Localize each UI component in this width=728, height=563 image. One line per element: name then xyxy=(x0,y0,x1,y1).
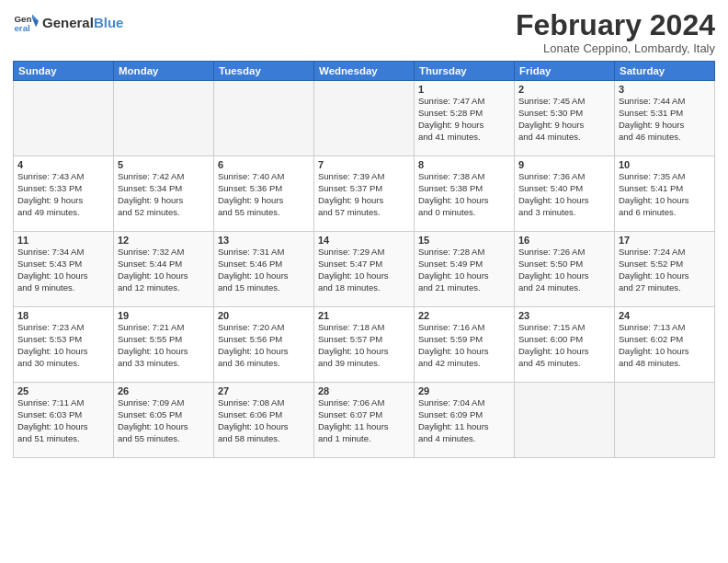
day-info: Sunrise: 7:09 AM xyxy=(118,397,210,409)
calendar-cell: 1Sunrise: 7:47 AMSunset: 5:28 PMDaylight… xyxy=(415,81,515,156)
day-number: 1 xyxy=(418,84,510,95)
day-info: and 36 minutes. xyxy=(218,358,310,370)
day-info: Daylight: 10 hours xyxy=(518,270,610,282)
day-info: Sunrise: 7:26 AM xyxy=(518,247,610,259)
day-number: 25 xyxy=(17,385,109,396)
day-info: Daylight: 10 hours xyxy=(118,270,210,282)
header: Gen eral GeneralBlue February 2024 Lonat… xyxy=(13,9,715,55)
day-info: Daylight: 11 hours xyxy=(418,421,510,433)
day-info: Sunset: 5:33 PM xyxy=(17,183,109,195)
day-info: Daylight: 10 hours xyxy=(218,346,310,358)
calendar-cell: 24Sunrise: 7:13 AMSunset: 6:02 PMDayligh… xyxy=(615,307,715,383)
day-info: and 4 minutes. xyxy=(418,433,510,445)
day-info: and 46 minutes. xyxy=(619,132,711,144)
weekday-header-row: SundayMondayTuesdayWednesdayThursdayFrid… xyxy=(14,62,715,81)
calendar-cell xyxy=(114,81,214,156)
day-info: Sunrise: 7:40 AM xyxy=(218,171,310,183)
day-info: Daylight: 10 hours xyxy=(17,346,109,358)
day-info: Sunset: 5:41 PM xyxy=(619,183,711,195)
day-info: Sunrise: 7:47 AM xyxy=(418,96,510,108)
day-number: 4 xyxy=(17,159,109,170)
day-info: Sunrise: 7:35 AM xyxy=(619,171,711,183)
calendar-cell: 28Sunrise: 7:06 AMSunset: 6:07 PMDayligh… xyxy=(314,383,415,458)
calendar-cell: 19Sunrise: 7:21 AMSunset: 5:55 PMDayligh… xyxy=(114,307,214,383)
week-row-1: 1Sunrise: 7:47 AMSunset: 5:28 PMDaylight… xyxy=(14,81,715,156)
day-info: Daylight: 10 hours xyxy=(418,346,510,358)
day-info: and 12 minutes. xyxy=(118,282,210,294)
day-info: Sunset: 6:05 PM xyxy=(118,409,210,421)
day-info: Daylight: 11 hours xyxy=(318,421,410,433)
day-info: Sunrise: 7:32 AM xyxy=(118,247,210,259)
day-number: 24 xyxy=(619,310,711,321)
day-number: 11 xyxy=(17,235,109,246)
day-info: Daylight: 10 hours xyxy=(218,421,310,433)
day-info: Sunset: 5:43 PM xyxy=(17,259,109,270)
day-info: and 55 minutes. xyxy=(118,433,210,445)
day-number: 13 xyxy=(218,235,310,246)
day-info: Sunset: 5:37 PM xyxy=(318,183,410,195)
calendar-cell xyxy=(14,81,114,156)
calendar-cell xyxy=(314,81,415,156)
day-info: Sunrise: 7:42 AM xyxy=(118,171,210,183)
day-number: 19 xyxy=(118,310,210,321)
day-info: Sunset: 5:28 PM xyxy=(418,108,510,120)
day-info: Sunset: 6:00 PM xyxy=(518,334,610,346)
svg-text:eral: eral xyxy=(14,23,30,33)
day-number: 23 xyxy=(518,310,610,321)
calendar-cell: 12Sunrise: 7:32 AMSunset: 5:44 PMDayligh… xyxy=(114,232,214,307)
day-number: 6 xyxy=(218,159,310,170)
calendar-cell: 3Sunrise: 7:44 AMSunset: 5:31 PMDaylight… xyxy=(615,81,715,156)
day-info: Daylight: 9 hours xyxy=(418,120,510,132)
day-info: and 30 minutes. xyxy=(17,358,109,370)
calendar-cell: 15Sunrise: 7:28 AMSunset: 5:49 PMDayligh… xyxy=(415,232,515,307)
day-info: and 41 minutes. xyxy=(418,132,510,144)
day-info: Sunset: 5:31 PM xyxy=(619,108,711,120)
day-info: Sunrise: 7:31 AM xyxy=(218,247,310,259)
calendar-cell: 2Sunrise: 7:45 AMSunset: 5:30 PMDaylight… xyxy=(515,81,615,156)
day-number: 10 xyxy=(619,159,711,170)
calendar-cell: 8Sunrise: 7:38 AMSunset: 5:38 PMDaylight… xyxy=(415,156,515,232)
day-info: Sunset: 6:07 PM xyxy=(318,409,410,421)
day-info: Daylight: 10 hours xyxy=(218,270,310,282)
day-info: and 0 minutes. xyxy=(418,207,510,219)
weekday-header-friday: Friday xyxy=(515,62,615,81)
day-info: Daylight: 9 hours xyxy=(17,195,109,207)
day-number: 29 xyxy=(418,385,510,396)
day-info: and 15 minutes. xyxy=(218,282,310,294)
day-info: and 18 minutes. xyxy=(318,282,410,294)
day-info: Sunrise: 7:11 AM xyxy=(17,397,109,409)
day-info: and 27 minutes. xyxy=(619,282,711,294)
day-info: Daylight: 10 hours xyxy=(17,270,109,282)
day-info: Daylight: 10 hours xyxy=(318,346,410,358)
day-info: Daylight: 10 hours xyxy=(418,270,510,282)
day-info: Sunrise: 7:04 AM xyxy=(418,397,510,409)
day-number: 12 xyxy=(118,235,210,246)
day-number: 22 xyxy=(418,310,510,321)
calendar-cell: 26Sunrise: 7:09 AMSunset: 6:05 PMDayligh… xyxy=(114,383,214,458)
day-number: 3 xyxy=(619,84,711,95)
day-info: Daylight: 10 hours xyxy=(518,195,610,207)
weekday-header-monday: Monday xyxy=(114,62,214,81)
day-info: and 48 minutes. xyxy=(619,358,711,370)
day-info: and 21 minutes. xyxy=(418,282,510,294)
day-info: Daylight: 10 hours xyxy=(518,346,610,358)
day-info: Sunset: 5:59 PM xyxy=(418,334,510,346)
day-info: Sunrise: 7:38 AM xyxy=(418,171,510,183)
day-info: and 33 minutes. xyxy=(118,358,210,370)
day-info: Daylight: 9 hours xyxy=(518,120,610,132)
day-info: and 3 minutes. xyxy=(518,207,610,219)
calendar-cell: 11Sunrise: 7:34 AMSunset: 5:43 PMDayligh… xyxy=(14,232,114,307)
day-info: Daylight: 9 hours xyxy=(318,195,410,207)
week-row-5: 25Sunrise: 7:11 AMSunset: 6:03 PMDayligh… xyxy=(14,383,715,458)
day-info: Sunrise: 7:21 AM xyxy=(118,322,210,334)
day-number: 14 xyxy=(318,235,410,246)
day-info: Sunset: 5:55 PM xyxy=(118,334,210,346)
calendar-cell: 7Sunrise: 7:39 AMSunset: 5:37 PMDaylight… xyxy=(314,156,415,232)
day-info: Sunset: 5:57 PM xyxy=(318,334,410,346)
day-info: and 42 minutes. xyxy=(418,358,510,370)
day-info: Sunrise: 7:06 AM xyxy=(318,397,410,409)
day-info: Daylight: 10 hours xyxy=(118,346,210,358)
day-info: Daylight: 10 hours xyxy=(318,270,410,282)
day-info: Sunrise: 7:34 AM xyxy=(17,247,109,259)
day-info: Sunset: 5:50 PM xyxy=(518,259,610,270)
